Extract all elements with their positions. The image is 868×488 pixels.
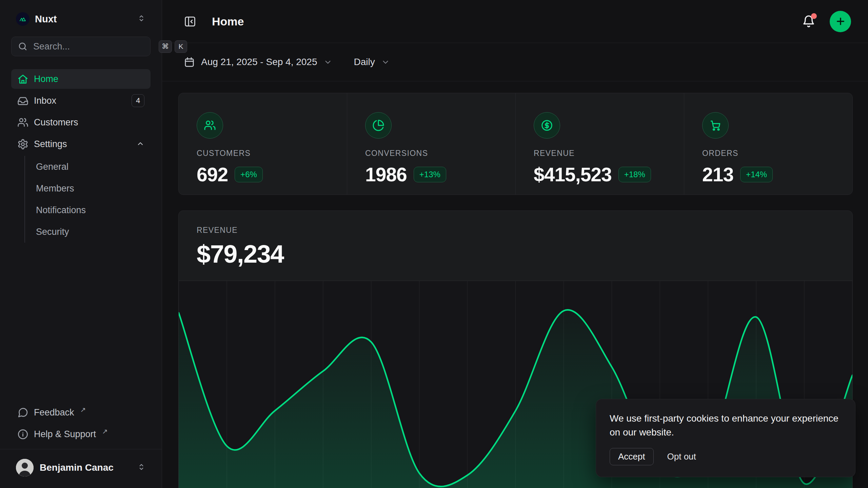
granularity-select[interactable]: Daily — [354, 57, 390, 67]
app-root: Nuxt ⌘ K — [0, 0, 868, 488]
sidebar-item-security[interactable]: Security — [35, 221, 151, 243]
stat-change-badge: +14% — [740, 167, 773, 182]
stat-change-badge: +18% — [618, 167, 651, 182]
team-selector[interactable]: Nuxt — [11, 9, 151, 29]
sidebar-item-settings[interactable]: Settings — [11, 134, 151, 154]
sidebar-nav: Home Inbox 4 — [11, 69, 151, 243]
revenue-chart-label: REVENUE — [197, 226, 834, 235]
stats-card: CUSTOMERS 692 +6% CONVERSIONS 1986 — [178, 93, 853, 195]
sidebar-item-home[interactable]: Home — [11, 69, 151, 89]
sidebar: Nuxt ⌘ K — [0, 0, 162, 488]
gear-icon — [17, 139, 28, 150]
add-button[interactable] — [830, 11, 851, 32]
sidebar-item-label: Settings — [34, 139, 67, 149]
sidebar-item-label: Notifications — [36, 205, 86, 216]
revenue-chart-total: $79,234 — [197, 240, 834, 268]
external-link-icon: ↗ — [102, 427, 108, 435]
stat-value: 213 — [702, 163, 733, 186]
stat-label: REVENUE — [534, 149, 670, 158]
chevron-up-icon — [136, 140, 144, 148]
sidebar-item-label: Customers — [34, 117, 78, 128]
date-range-picker[interactable]: Aug 21, 2025 - Sep 4, 2025 — [184, 57, 332, 68]
search-field[interactable] — [33, 41, 153, 52]
user-menu[interactable]: Benjamin Canac — [11, 455, 151, 480]
sidebar-item-label: Security — [36, 227, 69, 237]
sidebar-item-label: Members — [36, 183, 74, 194]
filters-toolbar: Aug 21, 2025 - Sep 4, 2025 Daily — [162, 43, 868, 81]
dollar-circle-icon — [534, 112, 560, 139]
notification-dot — [811, 13, 817, 19]
chevron-down-icon — [381, 58, 390, 66]
sidebar-item-notifications[interactable]: Notifications — [35, 199, 151, 221]
stat-conversions: CONVERSIONS 1986 +13% — [347, 93, 515, 195]
search-input[interactable]: ⌘ K — [11, 37, 151, 56]
stat-change-badge: +13% — [414, 167, 446, 182]
stat-label: ORDERS — [702, 149, 839, 158]
pie-chart-icon — [365, 112, 392, 139]
stat-orders: ORDERS 213 +14% — [684, 93, 852, 195]
nuxt-logo — [16, 12, 29, 26]
stat-revenue: REVENUE $415,523 +18% — [515, 93, 684, 195]
users-icon — [17, 117, 28, 128]
stat-label: CONVERSIONS — [365, 149, 502, 158]
feedback-label: Feedback — [34, 407, 74, 418]
external-link-icon: ↗ — [80, 406, 86, 414]
chevron-updown-icon — [137, 463, 146, 473]
topbar: Home — [162, 0, 868, 43]
cookie-optout-button[interactable]: Opt out — [666, 448, 697, 465]
users-icon — [197, 112, 223, 139]
chevron-down-icon — [323, 58, 332, 66]
settings-subnav: General Members Notifications Security — [24, 156, 151, 243]
sidebar-footer-links: Feedback ↗ Help & Support ↗ — [11, 402, 151, 444]
granularity-label: Daily — [354, 57, 375, 67]
calendar-icon — [184, 57, 195, 68]
sidebar-collapse-icon[interactable] — [184, 15, 196, 28]
user-name: Benjamin Canac — [40, 462, 131, 473]
sidebar-item-members[interactable]: Members — [35, 178, 151, 199]
page-title: Home — [212, 15, 794, 28]
stat-value: $415,523 — [534, 163, 612, 186]
home-icon — [17, 74, 28, 85]
help-support-label: Help & Support — [34, 429, 96, 440]
inbox-icon — [17, 95, 28, 106]
sidebar-item-label: Home — [34, 74, 58, 84]
cookie-accept-button[interactable]: Accept — [610, 448, 654, 465]
shopping-cart-icon — [702, 112, 729, 139]
sidebar-item-inbox[interactable]: Inbox 4 — [11, 91, 151, 110]
speech-bubble-icon — [17, 407, 28, 418]
help-support-link[interactable]: Help & Support ↗ — [11, 424, 151, 444]
cookie-message: We use first-party cookies to enhance yo… — [610, 411, 842, 439]
sidebar-item-label: General — [36, 162, 68, 172]
feedback-link[interactable]: Feedback ↗ — [11, 402, 151, 423]
stat-value: 692 — [197, 163, 228, 186]
stat-value: 1986 — [365, 163, 407, 186]
sidebar-item-general[interactable]: General — [35, 156, 151, 178]
sidebar-item-label: Inbox — [34, 96, 56, 106]
stat-label: CUSTOMERS — [197, 149, 333, 158]
cookie-banner: We use first-party cookies to enhance yo… — [596, 399, 855, 477]
user-section: Benjamin Canac — [0, 449, 162, 488]
stat-change-badge: +6% — [235, 167, 263, 182]
avatar — [16, 459, 34, 476]
stat-customers: CUSTOMERS 692 +6% — [179, 93, 347, 195]
inbox-count-badge: 4 — [132, 94, 144, 107]
sidebar-item-customers[interactable]: Customers — [11, 113, 151, 132]
notifications-bell-icon[interactable] — [802, 15, 815, 28]
search-icon — [18, 41, 28, 52]
team-name: Nuxt — [35, 14, 132, 25]
chevron-updown-icon — [137, 14, 146, 24]
date-range-label: Aug 21, 2025 - Sep 4, 2025 — [201, 57, 317, 67]
info-circle-icon — [17, 429, 28, 440]
